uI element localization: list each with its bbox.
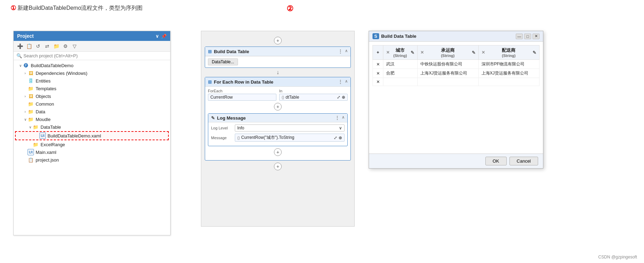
toolbar-row: ➕ 📋 ↺ ⇄ 📁 ⚙ ▽ bbox=[14, 41, 170, 52]
in-value: dtTable bbox=[285, 95, 299, 100]
expand-input-icon[interactable]: ⤢ bbox=[337, 95, 340, 100]
tree-item-entities[interactable]: 🗄 Entities bbox=[14, 77, 170, 85]
tree-item-data[interactable]: › 📁 Data bbox=[14, 108, 170, 115]
excelrange-folder-icon: 📁 bbox=[32, 141, 39, 148]
chevron-icon: ∨ bbox=[18, 64, 23, 67]
deps-icon: 🖼 bbox=[28, 70, 34, 76]
foreach-collapse-icon[interactable]: ∧ bbox=[345, 79, 348, 85]
tree-item-moudle[interactable]: ∨ 📁 Moudle bbox=[14, 115, 170, 123]
log-message-input[interactable]: {} CurrentRow("城市").ToString ⤢ ⊕ bbox=[235, 134, 345, 142]
wf-add-top[interactable]: + bbox=[205, 37, 351, 44]
col-header-content-1: ✕ 承运商 (String) ✎ bbox=[420, 47, 475, 58]
dt-x-1[interactable]: ✕ bbox=[420, 50, 424, 55]
wf-add-circle-bottom[interactable]: + bbox=[274, 163, 282, 170]
add-in-icon[interactable]: ⊕ bbox=[342, 95, 345, 100]
chevron-spacer bbox=[23, 150, 28, 154]
wf-add-inner-bottom[interactable]: + bbox=[208, 148, 348, 156]
col-header-content-0: ✕ 城市 (String) ✎ bbox=[386, 47, 414, 58]
edit-col-1-icon[interactable]: ✎ bbox=[472, 50, 476, 55]
dialog-title-left: S Build Data Table bbox=[372, 33, 417, 39]
collapse-icon[interactable]: ∧ bbox=[345, 49, 348, 54]
data-table: + ✕ 城市 (String) ✎ ✕ bbox=[372, 45, 540, 86]
wf-add-circle-inner-top[interactable]: + bbox=[274, 103, 282, 111]
edit-col-2-icon[interactable]: ✎ bbox=[533, 50, 536, 55]
dt-x-0[interactable]: ✕ bbox=[386, 50, 390, 55]
close-button[interactable]: ✕ bbox=[533, 34, 540, 39]
sync-icon[interactable]: ⇄ bbox=[44, 43, 51, 50]
ok-button[interactable]: OK bbox=[485, 157, 507, 165]
datatable-button[interactable]: DataTable... bbox=[208, 58, 238, 65]
log-header-left: ✎ Log Message bbox=[211, 115, 246, 121]
project-title: Project bbox=[17, 33, 34, 39]
copy-icon[interactable]: 📋 bbox=[26, 43, 32, 50]
foreach-dots-icon[interactable]: ⋮ bbox=[338, 79, 343, 85]
in-value-input[interactable]: {} dtTable ⤢ ⊕ bbox=[279, 94, 348, 101]
annotation1: ① 新建BuildDataTableDemo流程文件，类型为序列图 bbox=[10, 4, 143, 12]
col-header-content-2: ✕ 配送商 (String) ✎ bbox=[482, 47, 536, 58]
table-row-empty: ✕ bbox=[373, 78, 540, 86]
log-dots-icon[interactable]: ⋮ bbox=[335, 115, 340, 121]
minimize-button[interactable]: — bbox=[516, 34, 523, 39]
tree-item-excelrange[interactable]: 📁 ExcelRange bbox=[14, 141, 170, 148]
restore-button[interactable]: □ bbox=[524, 34, 531, 39]
tree-item-common[interactable]: 📁 Common bbox=[14, 100, 170, 108]
table-row: ✕ 合肥 上海XJ货运服务有限公司 上海XJ货运服务有限公司 bbox=[373, 69, 540, 78]
row-x-0[interactable]: ✕ bbox=[373, 60, 383, 69]
empty-cell-0 bbox=[383, 78, 418, 86]
common-folder-icon: 📁 bbox=[28, 101, 34, 107]
cancel-button[interactable]: Cancel bbox=[509, 157, 538, 165]
data-folder-icon: 📁 bbox=[28, 108, 34, 115]
tree-label-project-json: project.json bbox=[36, 157, 59, 163]
wf-add-circle-top[interactable]: + bbox=[274, 37, 282, 44]
tree-item-datatable[interactable]: ∨ 📁 DataTable bbox=[14, 123, 170, 131]
tree-item-project-json[interactable]: 📋 project.json bbox=[14, 156, 170, 164]
col-header-0: ✕ 城市 (String) ✎ bbox=[383, 45, 418, 60]
chevron-down-icon[interactable]: ∨ bbox=[155, 34, 159, 39]
folder-icon[interactable]: 📁 bbox=[53, 43, 60, 50]
settings-icon[interactable]: ⚙ bbox=[62, 43, 69, 50]
json-icon: 📋 bbox=[28, 157, 34, 163]
edit-col-0-icon[interactable]: ✎ bbox=[411, 50, 414, 55]
tree-item-root[interactable]: ∨ 🅟 BuildDataTableDemo bbox=[14, 62, 170, 69]
tree-item-deps[interactable]: › 🖼 Dependencies (Windows) bbox=[14, 69, 170, 77]
add-col-header[interactable]: + bbox=[373, 45, 383, 60]
wf-add-circle-inner-bottom[interactable]: + bbox=[274, 148, 282, 156]
tree-item-templates[interactable]: 📁 Templates bbox=[14, 85, 170, 92]
cell-1-0: 合肥 bbox=[383, 69, 418, 78]
tree-item-xaml[interactable]: UI BuildDataTableDemo.xaml bbox=[15, 131, 169, 140]
log-level-select[interactable]: Info ∨ bbox=[235, 125, 345, 132]
log-icon: ✎ bbox=[211, 115, 215, 121]
tree-item-main[interactable]: UI Main.xaml bbox=[14, 148, 170, 156]
project-header-icons: ∨ 📌 bbox=[155, 34, 167, 39]
foreach-header-left: ⊞ For Each Row in Data Table bbox=[208, 79, 273, 85]
dt-x-2[interactable]: ✕ bbox=[482, 50, 485, 55]
filter-icon[interactable]: ▽ bbox=[71, 43, 78, 50]
wf-add-inner-top[interactable]: + bbox=[208, 103, 348, 111]
foreach-header-actions: ⋮ ∧ bbox=[338, 79, 348, 85]
objects-icon: 🖼 bbox=[28, 93, 34, 99]
foreach-title: For Each Row in Data Table bbox=[214, 79, 273, 85]
msg-braces-icon: {} bbox=[237, 136, 240, 140]
col-header-2: ✕ 配送商 (String) ✎ bbox=[478, 45, 539, 60]
refresh-icon[interactable]: ↺ bbox=[35, 43, 42, 50]
add-icon[interactable]: ➕ bbox=[16, 43, 23, 50]
col-type-0: (String) bbox=[391, 54, 409, 58]
tree-item-objects[interactable]: › 🖼 Objects bbox=[14, 92, 170, 100]
credit-text: CSDN @gzpingesoft bbox=[598, 255, 637, 260]
wf-add-bottom[interactable]: + bbox=[205, 163, 351, 170]
tree-label-xaml: BuildDataTableDemo.xaml bbox=[48, 133, 101, 138]
row-x-empty[interactable]: ✕ bbox=[373, 78, 383, 86]
annotation1-text: 新建BuildDataTableDemo流程文件，类型为序列图 bbox=[17, 5, 143, 12]
log-collapse-icon[interactable]: ∧ bbox=[342, 115, 345, 121]
row-x-1[interactable]: ✕ bbox=[373, 69, 383, 78]
tree-label-common: Common bbox=[36, 101, 54, 107]
dots-menu-icon[interactable]: ⋮ bbox=[338, 49, 343, 54]
foreach-value-input[interactable]: CurrentRow bbox=[208, 94, 276, 101]
expand-msg-icon[interactable]: ⤢ bbox=[334, 135, 337, 140]
dialog-window-buttons: — □ ✕ bbox=[516, 34, 540, 39]
arrow-connector-1: ↓ bbox=[205, 69, 351, 76]
search-input[interactable] bbox=[23, 53, 167, 58]
pin-icon[interactable]: 📌 bbox=[161, 34, 167, 39]
log-body: Log Level Info ∨ Message bbox=[208, 122, 347, 146]
add-msg-icon[interactable]: ⊕ bbox=[339, 135, 342, 140]
